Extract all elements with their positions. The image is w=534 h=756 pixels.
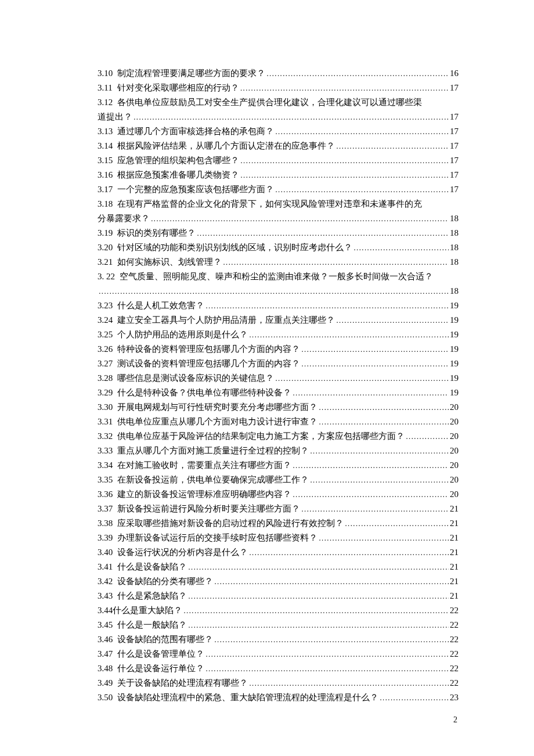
toc-title: 标识的类别有哪些？ xyxy=(117,226,196,240)
toc-leader xyxy=(291,458,449,473)
toc-number: 3.41 xyxy=(98,560,113,574)
toc-page-ref: 19 xyxy=(449,386,459,400)
toc-leader xyxy=(274,371,449,386)
toc-number: 3.33 xyxy=(98,444,113,458)
toc-title: 供电单位应重点从哪几个方面对电力设计进行审查？ xyxy=(117,415,317,429)
toc-title: 什么是特种设备？供电单位有哪些特种设备？ xyxy=(117,386,291,400)
toc-page-ref: 20 xyxy=(449,444,459,458)
toc-leader xyxy=(187,618,449,632)
toc-entry: 3.32供电单位应基于风险评估的结果制定电力施工方案，方案应包括哪些方面？20 xyxy=(98,429,459,444)
toc-page-ref: 19 xyxy=(449,357,459,371)
toc-leader xyxy=(335,313,449,327)
toc-entry: 3.14根据风险评估结果，从哪几个方面认定潜在的应急事件？17 xyxy=(98,139,459,153)
toc-title: 根据风险评估结果，从哪几个方面认定潜在的应急事件？ xyxy=(117,139,335,153)
toc-number: 3.20 xyxy=(98,240,113,255)
toc-number: 3.32 xyxy=(98,429,113,444)
toc-title: 在对施工验收时，需要重点关注有哪些方面？ xyxy=(117,458,291,473)
toc-page-ref: 22 xyxy=(449,618,459,632)
toc-page-ref: 19 xyxy=(449,327,459,342)
toc-page-ref: 20 xyxy=(449,458,459,473)
toc-title: 什么是设备缺陷？ xyxy=(117,560,187,574)
toc-leader xyxy=(204,298,449,313)
toc-number: 3.23 xyxy=(98,298,113,313)
toc-number: 3.46 xyxy=(98,632,113,647)
toc-entry: 3.48什么是设备运行单位？22 xyxy=(98,661,459,676)
toc-page-ref: 21 xyxy=(449,589,459,603)
toc-leader xyxy=(132,110,449,124)
toc-title: 新设备投运前进行风险分析时要关注哪些方面？ xyxy=(117,502,300,516)
toc-number: 3.35 xyxy=(98,473,113,487)
toc-number: 3.39 xyxy=(98,531,113,545)
toc-number: 3.45 xyxy=(98,618,113,632)
toc-number: 3.13 xyxy=(98,124,113,139)
toc-title: 测试设备的资料管理应包括哪几个方面的内容？ xyxy=(117,357,300,371)
toc-title: 什么是人机工效危害？ xyxy=(117,298,204,313)
toc-title-cont: 道提出？ xyxy=(98,110,132,124)
toc-leader xyxy=(274,124,449,139)
toc-number: 3.19 xyxy=(98,226,113,240)
toc-entry: 3.11针对变化采取哪些相应的行动？17 xyxy=(98,81,459,95)
toc-entry: 3.33重点从哪几个方面对施工质量进行全过程的控制？20 xyxy=(98,444,459,458)
toc-title: 什么是设备运行单位？ xyxy=(117,661,204,676)
toc-entry: 3.35在新设备投运前，供电单位要确保完成哪些工作？20 xyxy=(98,473,459,487)
toc-page-ref: 17 xyxy=(449,168,459,182)
toc-leader xyxy=(309,473,449,487)
toc-title: 供电单位应基于风险评估的结果制定电力施工方案，方案应包括哪些方面？ xyxy=(117,429,405,444)
toc-number: 3.18 xyxy=(98,199,113,208)
toc-title: 设备缺陷的分类有哪些？ xyxy=(117,574,213,589)
toc-leader xyxy=(239,81,449,95)
toc-title: 针对变化采取哪些相应的行动？ xyxy=(117,81,239,95)
toc-page-ref: 22 xyxy=(449,647,459,661)
toc-page-ref: 20 xyxy=(449,400,459,415)
toc-number: 3.24 xyxy=(98,313,113,327)
toc-leader xyxy=(204,661,449,676)
toc-number: 3.10 xyxy=(98,66,113,81)
toc-entry: 3.41什么是设备缺陷？21 xyxy=(98,560,459,574)
toc-title: 在现有严格监督的企业文化的背景下，如何实现风险管理对违章和未遂事件的充 xyxy=(117,199,422,208)
toc-number: 3.21 xyxy=(98,255,113,269)
toc-number: 3.36 xyxy=(98,487,113,502)
toc-title: 在新设备投运前，供电单位要确保完成哪些工作？ xyxy=(117,473,309,487)
toc-entry: 3.20针对区域的功能和类别识别划线的区域，识别时应考虑什么？18 xyxy=(98,240,459,255)
toc-entry: 3.46设备缺陷的范围有哪些？22 xyxy=(98,632,459,647)
toc-title: 设备运行状况的分析内容是什么？ xyxy=(117,545,248,560)
toc-number: 3.25 xyxy=(98,327,113,342)
toc-page-ref: 18 xyxy=(449,211,459,226)
toc-number: 3.43 xyxy=(98,589,113,603)
toc-page-ref: 19 xyxy=(449,342,459,357)
toc-entry: 3.25个人防护用品的选用原则是什么？19 xyxy=(98,327,459,342)
toc-page-ref: 21 xyxy=(449,516,459,531)
toc-number: 3.40 xyxy=(98,545,113,560)
toc-page-ref: 19 xyxy=(449,298,459,313)
toc-page-ref: 21 xyxy=(449,502,459,516)
toc-title: 通过哪几个方面审核选择合格的承包商？ xyxy=(117,124,274,139)
toc-leader xyxy=(352,240,449,255)
toc-title: 应急管理的组织架构包含哪些？ xyxy=(117,153,239,168)
toc-number: 3.27 xyxy=(98,357,113,371)
toc-number: 3.42 xyxy=(98,574,113,589)
toc-page-ref: 16 xyxy=(449,66,459,81)
toc-leader xyxy=(378,690,449,705)
toc-page-ref: 20 xyxy=(449,429,459,444)
toc-page-ref: 17 xyxy=(449,153,459,168)
toc-page-ref: 21 xyxy=(449,531,459,545)
toc-page-ref: 22 xyxy=(449,661,459,676)
toc-entry: 3.50设备缺陷处理流程中的紧急、重大缺陷管理流程的处理流程是什么？23 xyxy=(98,690,459,705)
toc-title: 关于设备缺陷的处理流程有哪些？ xyxy=(117,676,248,690)
toc-leader xyxy=(213,574,449,589)
toc-page-ref: 22 xyxy=(449,603,459,618)
toc-number: 3.30 xyxy=(98,400,113,415)
toc-title: 什么是重大缺陷？ xyxy=(113,603,182,618)
toc-leader xyxy=(300,502,449,516)
toc-entry: 3.17一个完整的应急预案应该包括哪些方面？17 xyxy=(98,182,459,197)
toc-number: 3.12 xyxy=(98,98,113,107)
toc-page-ref: 18 xyxy=(449,255,459,269)
toc-number: 3.29 xyxy=(98,386,113,400)
toc-title: 开展电网规划与可行性研究时要充分考虑哪些方面？ xyxy=(117,400,317,415)
toc-entry: 3.10制定流程管理要满足哪些方面的要求？16 xyxy=(98,66,459,81)
toc-title: 空气质量、照明能见度、噪声和粉尘的监测由谁来做？一般多长时间做一次合适？ xyxy=(120,272,433,281)
page-number: 2 xyxy=(453,715,457,725)
toc-number: 3.11 xyxy=(98,81,113,95)
toc-title: 设备缺陷的范围有哪些？ xyxy=(117,632,213,647)
toc-entry: 3.12各供电单位应鼓励员工对安全生产提供合理化建议，合理化建议可以通过哪些渠道… xyxy=(98,95,459,124)
